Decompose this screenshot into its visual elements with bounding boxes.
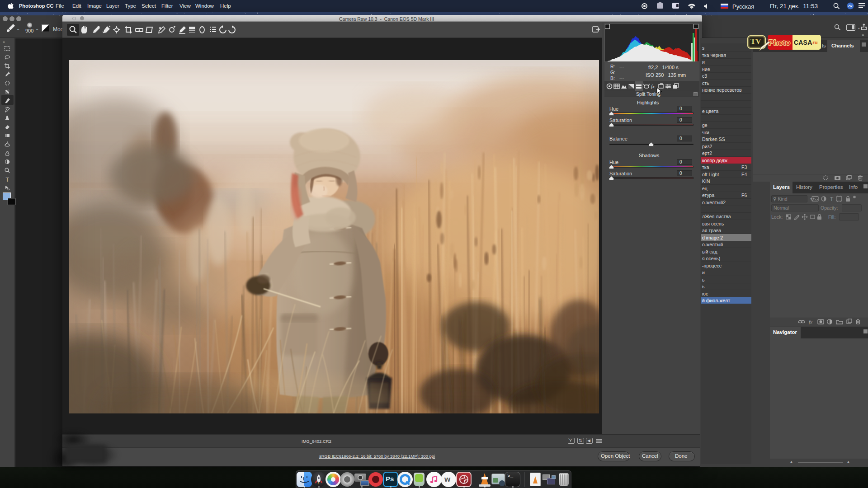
svg-text:Photo: Photo <box>769 38 790 47</box>
svg-text:fx: fx <box>651 84 655 89</box>
svg-text:fx: fx <box>809 319 812 324</box>
svg-text:T: T <box>830 196 834 202</box>
svg-text:T: T <box>6 177 9 183</box>
